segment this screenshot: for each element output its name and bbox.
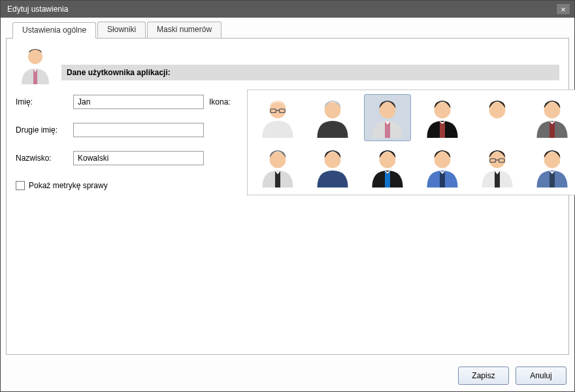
avatar-option[interactable] bbox=[419, 94, 466, 141]
client-area: Ustawienia ogólne Słowniki Maski numerów… bbox=[1, 18, 574, 360]
tab-number-masks[interactable]: Maski numerów bbox=[147, 22, 222, 38]
label-first-name: Imię: bbox=[16, 97, 68, 106]
middle-name-field[interactable] bbox=[73, 123, 204, 137]
tab-general[interactable]: Ustawienia ogólne bbox=[12, 22, 96, 39]
settings-window: Edytuj ustawienia × Ustawienia ogólne Sł… bbox=[0, 0, 575, 392]
user-header-icon bbox=[16, 45, 55, 84]
show-metrics-label: Pokaż metrykę sprawy bbox=[29, 181, 108, 190]
last-name-field[interactable] bbox=[73, 151, 204, 165]
show-metrics-row[interactable]: Pokaż metrykę sprawy bbox=[16, 181, 204, 190]
avatar-option[interactable] bbox=[309, 94, 356, 141]
avatar-option[interactable] bbox=[474, 94, 521, 141]
label-last-name: Nazwisko: bbox=[16, 154, 68, 163]
avatar-option[interactable] bbox=[309, 144, 356, 191]
tab-dictionaries[interactable]: Słowniki bbox=[97, 22, 146, 38]
form-grid: Imię: Drugie imię: Nazwisko: Pokaż metry… bbox=[16, 90, 559, 195]
section-header-row: Dane użytkownika aplikacji: bbox=[16, 45, 559, 84]
save-button[interactable]: Zapisz bbox=[458, 367, 509, 385]
avatar-option[interactable] bbox=[474, 144, 521, 191]
avatar-picker bbox=[247, 90, 575, 195]
avatar-option[interactable] bbox=[364, 94, 411, 141]
avatar-option[interactable] bbox=[254, 94, 301, 141]
label-middle-name: Drugie imię: bbox=[16, 125, 68, 135]
avatar-option[interactable] bbox=[254, 144, 301, 191]
show-metrics-checkbox[interactable] bbox=[16, 181, 25, 190]
titlebar: Edytuj ustawienia × bbox=[1, 1, 574, 18]
tab-strip: Ustawienia ogólne Słowniki Maski numerów bbox=[12, 22, 569, 38]
window-title: Edytuj ustawienia bbox=[7, 5, 556, 14]
first-name-field[interactable] bbox=[73, 95, 204, 109]
avatar-option[interactable] bbox=[419, 144, 466, 191]
cancel-button[interactable]: Anuluj bbox=[516, 367, 567, 385]
tabpanel-general: Dane użytkownika aplikacji: Imię: Drugie… bbox=[6, 38, 569, 355]
avatar-option[interactable] bbox=[529, 144, 575, 191]
avatar-option[interactable] bbox=[364, 144, 411, 191]
avatar-option[interactable] bbox=[529, 94, 575, 141]
dialog-footer: Zapisz Anuluj bbox=[1, 360, 574, 391]
label-icon: Ikona: bbox=[209, 97, 242, 106]
close-icon[interactable]: × bbox=[556, 3, 570, 15]
section-title: Dane użytkownika aplikacji: bbox=[61, 65, 559, 80]
svg-point-0 bbox=[28, 50, 42, 64]
